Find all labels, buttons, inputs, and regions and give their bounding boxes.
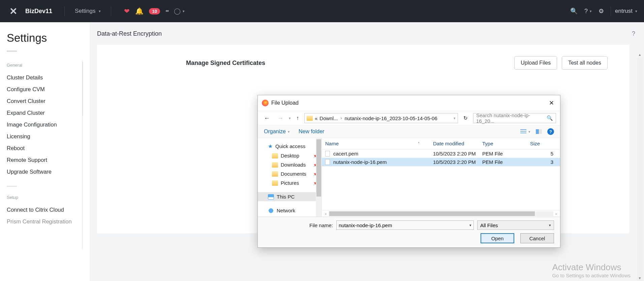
- sidebar-item-configure-cvm[interactable]: Configure CVM: [7, 83, 83, 95]
- sidebar-item-convert-cluster[interactable]: Convert Cluster: [7, 95, 83, 107]
- heartbeat-icon[interactable]: ❤: [124, 7, 130, 15]
- chevron-down-icon: ▾: [183, 9, 185, 13]
- cluster-name[interactable]: BizDev11: [25, 8, 58, 15]
- status-dots-icon[interactable]: ••: [165, 8, 168, 15]
- sidebar-item-image-configuration[interactable]: Image Configuration: [7, 119, 83, 131]
- cancel-button[interactable]: Cancel: [520, 233, 554, 243]
- dialog-toolbar: Organize ▾ New folder ▾ ?: [258, 125, 560, 138]
- tree-pictures[interactable]: Pictures 📌: [258, 178, 321, 187]
- separator: [111, 6, 111, 16]
- upload-files-button[interactable]: Upload Files: [514, 56, 557, 70]
- chevron-down-icon[interactable]: ▾: [469, 223, 471, 227]
- filename-input[interactable]: nutanix-node-ip-16.pem ▾: [336, 220, 474, 230]
- sidebar-item-upgrade-software[interactable]: Upgrade Software: [7, 166, 83, 178]
- new-folder-button[interactable]: New folder: [299, 129, 324, 135]
- forward-icon[interactable]: →: [275, 114, 285, 122]
- scroll-down-icon[interactable]: ▼: [637, 275, 643, 281]
- sidebar-item-remote-support[interactable]: Remote Support: [7, 154, 83, 166]
- sidebar-item-expand-cluster[interactable]: Expand Cluster: [7, 107, 83, 119]
- up-icon[interactable]: ↑: [294, 114, 301, 122]
- file-date: 10/5/2023 2:20 PM: [433, 159, 482, 165]
- dialog-footer: File name: nutanix-node-ip-16.pem ▾ All …: [258, 217, 560, 247]
- tree-documents[interactable]: Documents 📌: [258, 169, 321, 178]
- search-icon[interactable]: 🔍: [570, 7, 578, 15]
- file-size: 5: [530, 151, 557, 156]
- alert-badge[interactable]: 10: [149, 8, 160, 14]
- chevron-down-icon: ▾: [528, 130, 530, 134]
- col-label: Name: [325, 141, 339, 146]
- col-header-type[interactable]: Type: [482, 141, 530, 146]
- help-icon[interactable]: ?: [547, 128, 554, 135]
- breadcrumb-seg1[interactable]: Downl...: [319, 115, 338, 121]
- tree-desktop[interactable]: Desktop 📌: [258, 151, 321, 160]
- gear-icon[interactable]: ⚙: [599, 7, 604, 15]
- folder-icon: [307, 116, 313, 121]
- sidebar-item-connect-citrix[interactable]: Connect to Citrix Cloud: [7, 204, 83, 216]
- main-scrollbar[interactable]: [637, 57, 643, 281]
- refresh-icon[interactable]: ↻: [461, 115, 470, 121]
- scroll-left-icon[interactable]: ‹: [323, 212, 329, 216]
- address-bar[interactable]: « Downl... › nutanix-node-ip-16_2023-10-…: [304, 113, 458, 123]
- chevron-down-icon: ▾: [549, 223, 551, 227]
- file-list-rows: cacert.pem 10/5/2023 2:20 PM PEM File 5 …: [322, 149, 560, 210]
- file-upload-dialog: File Upload ✕ ← → ▾ ↑ « Downl... › nutan…: [257, 95, 560, 248]
- file-type: PEM File: [482, 159, 530, 165]
- user-dropdown[interactable]: entrust ▾: [611, 6, 637, 16]
- organize-dropdown[interactable]: Organize ▾: [264, 129, 290, 135]
- hscroll-track[interactable]: [329, 211, 553, 216]
- tree-label: Quick access: [275, 143, 305, 149]
- view-mode-dropdown[interactable]: ▾: [520, 129, 530, 134]
- col-header-date[interactable]: Date modified: [433, 141, 482, 146]
- sidebar-item-prism-registration[interactable]: Prism Central Registration: [7, 216, 83, 227]
- horizontal-scrollbar[interactable]: ‹ ›: [322, 210, 560, 217]
- user-label: entrust: [615, 8, 633, 14]
- chevron-right-icon: ›: [340, 116, 343, 120]
- history-chevron-icon[interactable]: ▾: [289, 116, 291, 120]
- folder-icon: [272, 153, 278, 159]
- open-button[interactable]: Open: [481, 233, 514, 243]
- chevron-down-icon: ▾: [99, 9, 101, 13]
- page-header: Data-at-Rest Encryption ?: [90, 22, 644, 45]
- tree-label: This PC: [277, 194, 295, 200]
- sidebar-scroll-thumb[interactable]: [83, 62, 83, 116]
- scroll-up-icon[interactable]: ▲: [637, 52, 643, 58]
- sidebar-item-licensing[interactable]: Licensing: [7, 131, 83, 142]
- hscroll-thumb[interactable]: [329, 211, 535, 216]
- sidebar-item-reboot[interactable]: Reboot: [7, 142, 83, 154]
- test-all-nodes-button[interactable]: Test all nodes: [562, 56, 608, 70]
- back-icon[interactable]: ←: [262, 114, 272, 122]
- help-dropdown[interactable]: ? ▾: [584, 8, 592, 15]
- main-panel: Data-at-Rest Encryption ? Manage Signed …: [90, 22, 644, 281]
- tree-quick-access[interactable]: ★ Quick access: [258, 141, 321, 151]
- file-type: PEM File: [482, 151, 530, 156]
- list-view-icon: [520, 129, 526, 134]
- tree-downloads[interactable]: Downloads 📌: [258, 160, 321, 169]
- chevron-down-icon: ▾: [288, 130, 290, 134]
- breadcrumb-seg2[interactable]: nutanix-node-ip-16_2023-10-05-14-05-06: [345, 115, 437, 121]
- sidebar-item-cluster-details[interactable]: Cluster Details: [7, 72, 83, 83]
- tree-this-pc[interactable]: This PC: [258, 192, 321, 201]
- file-row[interactable]: nutanix-node-ip-16.pem 10/5/2023 2:20 PM…: [322, 158, 560, 166]
- close-icon[interactable]: ✕: [547, 98, 556, 108]
- filename-label: File name:: [309, 222, 333, 228]
- task-dropdown[interactable]: ◯ ▾: [174, 7, 185, 15]
- tree-scroll-thumb[interactable]: [316, 139, 321, 197]
- preview-pane-icon[interactable]: [536, 129, 542, 134]
- search-input[interactable]: Search nutanix-node-ip-16_20... 🔍: [473, 113, 556, 123]
- dialog-nav-bar: ← → ▾ ↑ « Downl... › nutanix-node-ip-16_…: [258, 111, 560, 125]
- logo-icon[interactable]: ✕: [7, 6, 19, 17]
- folder-icon: [272, 180, 278, 186]
- tree-network[interactable]: Network: [258, 206, 321, 215]
- help-icon[interactable]: ?: [632, 30, 635, 37]
- file-row[interactable]: cacert.pem 10/5/2023 2:20 PM PEM File 5: [322, 149, 560, 158]
- watermark-title: Activate Windows: [552, 262, 631, 273]
- chevron-down-icon[interactable]: ▾: [454, 116, 456, 120]
- firefox-icon: [262, 100, 269, 106]
- bell-icon[interactable]: 🔔: [135, 7, 144, 15]
- scroll-right-icon[interactable]: ›: [553, 212, 559, 216]
- col-header-size[interactable]: Size: [530, 141, 557, 146]
- file-type-filter[interactable]: All Files ▾: [477, 220, 554, 230]
- nav-dropdown[interactable]: Settings ▾: [71, 8, 105, 14]
- network-icon: [268, 208, 274, 213]
- col-header-name[interactable]: Name ˄: [325, 141, 433, 146]
